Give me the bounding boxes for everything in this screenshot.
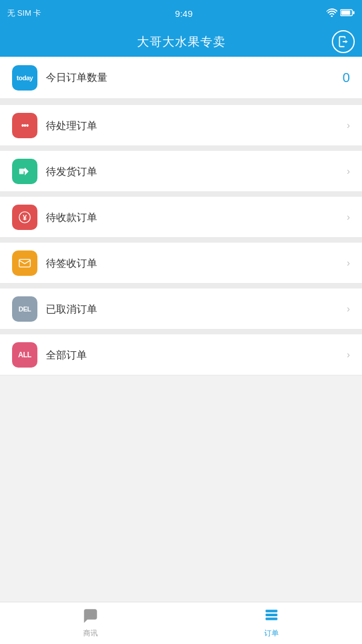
svg-rect-11: [265, 614, 278, 616]
cancelled-icon: DEL: [12, 296, 37, 322]
chat-icon: [83, 608, 98, 626]
menu-item-signing[interactable]: 待签收订单 ›: [0, 243, 362, 284]
tab-order-label: 订单: [264, 628, 279, 639]
all-label: 全部订单: [46, 348, 338, 362]
today-count: 0: [343, 70, 350, 86]
chevron-icon: ›: [347, 212, 350, 223]
chevron-icon: ›: [347, 166, 350, 177]
order-icon: [264, 608, 279, 626]
battery-icon: [340, 9, 355, 18]
shipping-label: 待发货订单: [46, 165, 338, 179]
divider-3: [0, 192, 362, 197]
menu-item-all[interactable]: ALL 全部订单 ›: [0, 334, 362, 375]
svg-rect-6: [19, 260, 30, 267]
pending-label: 待处理订单: [46, 119, 338, 133]
menu-item-pending[interactable]: ••• 待处理订单 ›: [0, 105, 362, 146]
status-bar: 无 SIM 卡 9:49: [0, 0, 362, 27]
tab-order[interactable]: 订单: [181, 602, 362, 644]
pending-icon: •••: [12, 113, 37, 138]
all-icon: ALL: [12, 342, 37, 368]
divider-2: [0, 146, 362, 151]
door-icon-button[interactable]: [332, 30, 355, 53]
shipping-icon: [12, 159, 37, 184]
divider-5: [0, 284, 362, 289]
menu-item-shipping[interactable]: 待发货订单 ›: [0, 151, 362, 192]
main-content: today 今日订单数量 0 ••• 待处理订单 › 待发货订单: [0, 57, 362, 602]
svg-rect-10: [265, 610, 278, 612]
today-label: 今日订单数量: [46, 71, 334, 84]
tab-chat[interactable]: 商讯: [0, 602, 181, 644]
cancelled-label: 已取消订单: [46, 302, 338, 316]
svg-point-8: [90, 614, 91, 615]
divider-1: [0, 99, 362, 105]
wifi-icon: [326, 8, 337, 19]
svg-point-7: [88, 614, 89, 615]
svg-point-9: [92, 614, 93, 615]
today-orders-row: today 今日订单数量 0: [0, 57, 362, 99]
divider-4: [0, 238, 362, 243]
signing-label: 待签收订单: [46, 257, 338, 270]
divider-6: [0, 330, 362, 334]
chevron-icon: ›: [347, 304, 350, 314]
menu-item-payment[interactable]: ¥ 待收款订单 ›: [0, 197, 362, 238]
chevron-icon: ›: [347, 349, 350, 360]
payment-icon: ¥: [12, 205, 37, 230]
signing-icon: [12, 250, 37, 276]
chevron-icon: ›: [347, 258, 350, 269]
svg-rect-2: [353, 11, 355, 14]
status-time: 9:49: [175, 8, 192, 19]
empty-space: [0, 375, 362, 466]
header-title: 大哥大水果专卖: [137, 34, 226, 50]
chevron-icon: ›: [347, 120, 350, 131]
status-carrier: 无 SIM 卡: [7, 8, 41, 19]
svg-text:¥: ¥: [23, 214, 27, 222]
status-icons: [326, 8, 355, 19]
svg-rect-1: [341, 10, 350, 14]
app-header: 大哥大水果专卖: [0, 27, 362, 57]
menu-list: ••• 待处理订单 › 待发货订单 › ¥: [0, 105, 362, 375]
svg-rect-12: [265, 617, 278, 620]
today-badge: today: [12, 65, 37, 91]
menu-item-cancelled[interactable]: DEL 已取消订单 ›: [0, 289, 362, 330]
tab-bar: 商讯 订单: [0, 602, 362, 644]
tab-chat-label: 商讯: [83, 628, 98, 639]
payment-label: 待收款订单: [46, 211, 338, 225]
svg-rect-3: [19, 168, 24, 174]
